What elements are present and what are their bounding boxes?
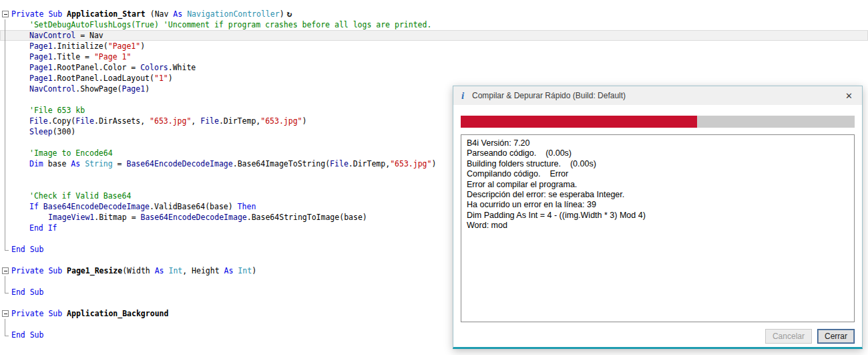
code-token: Sleep — [29, 127, 53, 136]
code-token: End Sub — [11, 330, 43, 340]
info-icon: i — [461, 90, 472, 102]
code-token: .RootPanel.Color = — [53, 63, 141, 72]
code-token: .Base64ImageToString( — [233, 159, 330, 168]
code-token: Then — [238, 202, 256, 211]
log-line: Dim Padding As Int = 4 - ((img.Width * 3… — [467, 211, 849, 221]
fold-toggle-icon[interactable] — [0, 265, 11, 276]
fold-gutter — [0, 212, 11, 223]
code-text: Page1.RootPanel.Color = Colors.White — [11, 62, 196, 73]
code-token: Page1 — [29, 74, 53, 83]
code-line[interactable]: 'SetDebugAutoFlushLogs(True) 'Uncomment … — [0, 19, 868, 30]
code-token: .ValidBase64(base) — [150, 202, 238, 211]
progress-bar — [461, 116, 855, 128]
cancel-button[interactable]: Cancelar — [765, 329, 812, 344]
fold-toggle-icon[interactable] — [0, 9, 11, 19]
code-text: 'SetDebugAutoFlushLogs(True) 'Uncomment … — [11, 19, 431, 30]
code-text: End Sub — [11, 330, 43, 340]
code-token: Page1 — [122, 84, 146, 94]
code-token: Colors — [140, 63, 168, 72]
fold-gutter — [0, 116, 11, 126]
code-token: End If — [29, 223, 57, 233]
code-token: (Width — [122, 266, 154, 275]
code-token: ) — [168, 74, 173, 83]
code-token: .White — [168, 63, 196, 72]
code-text: 'File 653 kb — [11, 105, 85, 116]
code-token: String — [85, 159, 113, 168]
fold-gutter — [0, 137, 11, 148]
code-text: Page1.RootPanel.LoadLayout("1") — [11, 73, 173, 84]
fold-gutter — [0, 255, 11, 265]
fold-gutter — [0, 148, 11, 158]
code-token: Page1_Resize — [67, 266, 122, 275]
dialog-titlebar: i Compilar & Depurar Rápido (Build: Defa… — [453, 86, 862, 105]
code-text — [11, 180, 11, 191]
log-line: Error al compilar el programa. — [467, 180, 849, 190]
code-token: As — [71, 159, 80, 168]
code-line[interactable]: Page1.RootPanel.LoadLayout("1") — [0, 73, 868, 84]
code-text: Private Sub Application_Start (Nav As Na… — [11, 9, 292, 19]
code-text — [11, 276, 11, 287]
fold-gutter — [0, 330, 11, 340]
code-token: As — [173, 9, 182, 19]
log-line: Compilando código. Error — [467, 169, 849, 179]
fold-toggle-icon[interactable] — [0, 308, 11, 319]
code-text — [11, 319, 11, 330]
fold-gutter — [0, 158, 11, 169]
code-token: Dim — [29, 159, 43, 168]
code-token: File — [29, 116, 48, 126]
progress-fill — [461, 116, 697, 128]
refresh-icon[interactable]: ↻ — [287, 9, 292, 19]
code-text: Dim base As String = Base64EncodeDecodeI… — [11, 158, 436, 169]
code-text: File.Copy(File.DirAssets, "653.jpg", Fil… — [11, 116, 306, 126]
fold-gutter — [0, 244, 11, 255]
close-button[interactable]: Cerrar — [817, 329, 855, 344]
code-line[interactable]: Page1.Initialize("Page1") — [0, 41, 868, 51]
code-token: base — [43, 159, 71, 168]
code-text: End If — [11, 223, 57, 233]
fold-gutter — [0, 180, 11, 191]
fold-gutter — [0, 287, 11, 298]
code-line[interactable]: Private Sub Application_Start (Nav As Na… — [0, 9, 868, 19]
fold-gutter — [0, 223, 11, 233]
fold-gutter — [0, 298, 11, 308]
code-token: Private Sub — [11, 266, 67, 275]
code-token: Base64EncodeDecodeImage — [43, 202, 150, 211]
log-line: Building folders structure. (0.00s) — [467, 159, 849, 169]
code-token: "Page 1" — [94, 52, 131, 62]
code-token: , — [191, 116, 200, 126]
code-text: 'Image to Encode64 — [11, 148, 113, 158]
code-text: Page1.Title = "Page 1" — [11, 51, 131, 62]
code-text: ImageView1.Bitmap = Base64EncodeDecodeIm… — [11, 212, 367, 223]
code-token: (300) — [53, 127, 76, 136]
code-token: NavControl — [29, 84, 75, 94]
code-token: Int — [168, 266, 182, 275]
code-token: "653.jpg" — [150, 116, 191, 126]
code-token: File — [330, 159, 349, 168]
code-token — [39, 202, 43, 211]
code-token: "653.jpg" — [260, 116, 302, 126]
code-token: = Nav — [75, 31, 103, 40]
code-text — [11, 169, 11, 180]
app-window: Private Sub Application_Start (Nav As Na… — [0, 0, 868, 355]
log-line: Ha ocurrido un error en la línea: 39 — [467, 200, 849, 210]
code-text: If Base64EncodeDecodeImage.ValidBase64(b… — [11, 201, 256, 212]
code-token: As — [155, 266, 164, 275]
code-token: .DirTemp, — [349, 159, 390, 168]
code-token: NavigationController — [187, 9, 279, 19]
fold-gutter — [0, 233, 11, 244]
code-token: Page1 — [29, 41, 53, 51]
code-line[interactable]: Page1.Title = "Page 1" — [0, 51, 868, 62]
fold-gutter — [0, 19, 11, 30]
close-icon[interactable]: ✕ — [841, 90, 857, 102]
fold-gutter — [0, 201, 11, 212]
code-line[interactable]: Page1.RootPanel.Color = Colors.White — [0, 62, 868, 73]
fold-gutter — [0, 73, 11, 84]
code-token: End Sub — [11, 287, 43, 297]
log-output[interactable]: B4i Versión: 7.20Parseando código. (0.00… — [461, 134, 855, 322]
fold-gutter — [0, 62, 11, 73]
code-line-current[interactable]: NavControl = Nav — [0, 30, 868, 41]
code-text: Sleep(300) — [11, 126, 75, 137]
code-token: .DirTemp, — [219, 116, 260, 126]
code-token: Application_Start — [67, 9, 146, 19]
code-text: NavControl.ShowPage(Page1) — [11, 84, 150, 94]
